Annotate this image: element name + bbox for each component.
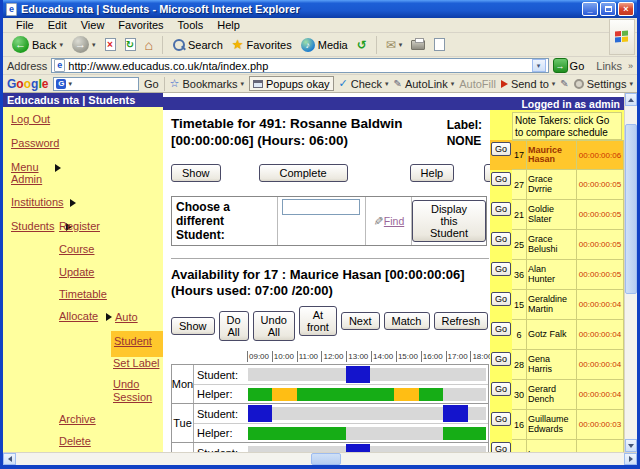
settings-button[interactable]: Settings ▾ xyxy=(574,78,633,90)
highlighter-icon[interactable]: ✎ xyxy=(560,78,568,89)
google-go-button[interactable]: Go xyxy=(144,78,159,90)
button-help[interactable]: Help xyxy=(410,164,455,182)
archive-link[interactable]: Archive xyxy=(59,413,96,425)
sidebar-item-timetable[interactable]: Timetable xyxy=(59,288,107,300)
sidebar-item-undo-session[interactable]: Undo Session xyxy=(113,378,163,403)
sidebar-item-password[interactable]: Password xyxy=(11,137,59,149)
google-search-dropdown-icon[interactable]: ▾ xyxy=(68,80,72,88)
button-show[interactable]: Show xyxy=(171,317,215,335)
vertical-scroll-track[interactable] xyxy=(625,106,637,439)
button-match[interactable]: Match xyxy=(384,312,430,330)
media-button[interactable]: ♪ Media xyxy=(298,37,351,53)
go-button[interactable]: Go xyxy=(491,322,511,336)
scroll-down-button[interactable] xyxy=(625,439,637,452)
schedule-track[interactable] xyxy=(248,407,486,420)
schedule-block-free[interactable] xyxy=(419,388,443,401)
vertical-scroll-thumb[interactable] xyxy=(625,124,637,294)
sidebar-item-register[interactable]: Register xyxy=(59,220,100,232)
print-button[interactable] xyxy=(408,39,428,51)
sidebar-item-menu[interactable]: Menu xyxy=(11,161,61,173)
stop-button[interactable]: × xyxy=(102,37,119,52)
links-label[interactable]: Links xyxy=(596,60,622,72)
go-button[interactable]: Go xyxy=(491,412,511,426)
go-button[interactable]: Go xyxy=(491,292,511,306)
address-input[interactable]: e http://www.educadus.co.uk/nta/index.ph… xyxy=(51,58,548,73)
sidebar-item-set-label[interactable]: Set Label xyxy=(113,357,159,369)
menu-file[interactable]: File xyxy=(9,18,41,32)
schedule-track[interactable] xyxy=(248,368,486,381)
button-at-front[interactable]: At front xyxy=(299,306,337,336)
menu-link[interactable]: Menu xyxy=(11,161,39,173)
sidebar-item-course[interactable]: Course xyxy=(59,243,94,255)
refresh-button[interactable]: ↻ xyxy=(122,37,139,52)
edit-button[interactable] xyxy=(431,37,448,52)
send-to-button[interactable]: Send to ▾ xyxy=(501,78,555,90)
button-do-all[interactable]: Do All xyxy=(219,311,249,341)
menu-view[interactable]: View xyxy=(74,18,112,32)
sidebar-item-admin[interactable]: Admin xyxy=(11,173,42,185)
menu-edit[interactable]: Edit xyxy=(41,18,74,32)
sidebar-item-logout[interactable]: Log Out xyxy=(11,113,50,125)
schedule-block-free[interactable] xyxy=(297,388,395,401)
schedule-block-free[interactable] xyxy=(248,388,272,401)
button-next[interactable]: Next xyxy=(341,312,380,330)
back-button[interactable]: ← Back ▾ xyxy=(9,35,66,54)
go-button[interactable]: Go xyxy=(491,172,511,186)
sidebar-item-delete[interactable]: Delete xyxy=(59,435,91,447)
home-button[interactable]: ⌂ xyxy=(142,37,156,53)
find-link[interactable]: Find xyxy=(384,215,404,227)
popups-okay-button[interactable]: Popups okay xyxy=(249,76,334,91)
register-link[interactable]: Register xyxy=(59,220,100,232)
schedule-block-student[interactable] xyxy=(346,366,370,383)
search-button[interactable]: Search xyxy=(169,37,226,52)
mail-button[interactable]: ✉▾ xyxy=(383,38,406,52)
go-button[interactable]: → Go xyxy=(553,58,585,73)
scroll-right-button[interactable] xyxy=(624,453,637,465)
password-link[interactable]: Password xyxy=(11,137,59,149)
menu-help[interactable]: Help xyxy=(210,18,247,32)
close-button[interactable]: × xyxy=(618,2,634,16)
schedule-block-student[interactable] xyxy=(248,405,272,422)
links-chevron-icon[interactable]: » xyxy=(628,61,633,71)
horizontal-scrollbar[interactable] xyxy=(3,452,637,465)
scroll-left-button[interactable] xyxy=(3,453,16,465)
autolink-button[interactable]: ✎ AutoLink ▾ xyxy=(394,78,455,90)
scroll-up-button[interactable] xyxy=(625,93,637,106)
button-refresh[interactable]: Refresh xyxy=(434,312,489,330)
sidebar-item-auto[interactable]: Auto xyxy=(115,311,138,323)
student-link[interactable]: Student xyxy=(114,335,152,347)
student-search-input[interactable] xyxy=(282,199,360,215)
menu-tools[interactable]: Tools xyxy=(171,18,211,32)
delete-link[interactable]: Delete xyxy=(59,435,91,447)
horizontal-scroll-thumb[interactable] xyxy=(311,453,341,465)
schedule-block-student[interactable] xyxy=(346,444,370,452)
schedule-block-student[interactable] xyxy=(443,405,467,422)
address-dropdown-button[interactable]: ▾ xyxy=(532,59,546,72)
sidebar-item-archive[interactable]: Archive xyxy=(59,413,96,425)
mail-dropdown-icon[interactable]: ▾ xyxy=(399,41,403,49)
forward-button[interactable]: → ▾ xyxy=(69,35,99,54)
go-button[interactable]: Go xyxy=(491,232,511,246)
logout-link[interactable]: Log Out xyxy=(11,113,50,125)
course-link[interactable]: Course xyxy=(59,243,94,255)
button-show[interactable]: Show xyxy=(171,164,221,182)
students-link[interactable]: Students xyxy=(11,220,54,232)
button-undo-all[interactable]: Undo All xyxy=(253,311,295,341)
schedule-block-busy[interactable] xyxy=(272,388,296,401)
timetable-link[interactable]: Timetable xyxy=(59,288,107,300)
sidebar-item-institutions[interactable]: Institutions xyxy=(11,196,76,208)
button-complete[interactable]: Complete xyxy=(259,164,348,182)
go-button[interactable]: Go xyxy=(491,382,511,396)
horizontal-scroll-track[interactable] xyxy=(16,453,624,465)
sidebar-item-allocate[interactable]: Allocate xyxy=(59,310,112,322)
forward-dropdown-icon[interactable]: ▾ xyxy=(92,41,96,49)
sidebar-item-student-active[interactable]: Student xyxy=(111,331,165,357)
bookmarks-button[interactable]: ☆ Bookmarks ▾ xyxy=(170,77,244,90)
go-button[interactable]: Go xyxy=(491,442,511,452)
vertical-scrollbar[interactable] xyxy=(624,93,637,452)
go-button[interactable]: Go xyxy=(491,352,511,366)
schedule-block-free[interactable] xyxy=(443,427,486,440)
auto-link[interactable]: Auto xyxy=(115,311,138,323)
sidebar-item-update[interactable]: Update xyxy=(59,266,94,278)
maximize-button[interactable] xyxy=(600,2,616,16)
